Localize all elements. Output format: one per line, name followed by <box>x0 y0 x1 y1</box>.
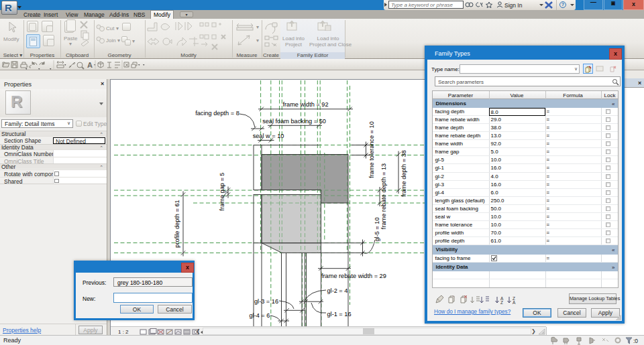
svg-text:frame gap = 5: frame gap = 5 <box>219 173 225 211</box>
svg-text:gl-3 = 16: gl-3 = 16 <box>254 298 278 305</box>
svg-text:A: A <box>87 61 93 69</box>
svg-text:frame rebate width = 29: frame rebate width = 29 <box>321 273 386 279</box>
svg-text:profile depth = 61: profile depth = 61 <box>174 200 180 247</box>
svg-text:facing depth = 8: facing depth = 8 <box>195 110 239 117</box>
svg-text:A: A <box>513 300 516 305</box>
svg-text:seal foam backing = 50: seal foam backing = 50 <box>262 118 326 125</box>
svg-text:gl-4 = 6: gl-4 = 6 <box>250 312 270 319</box>
svg-text:frame rebate depth = 13: frame rebate depth = 13 <box>380 163 387 229</box>
svg-text:gl-2 = 4: gl-2 = 4 <box>327 287 348 294</box>
svg-text:frame depth = 38: frame depth = 38 <box>400 150 407 197</box>
svg-text:frame tolerance = 10: frame tolerance = 10 <box>368 121 375 178</box>
svg-text:seal w = 10: seal w = 10 <box>253 133 284 139</box>
svg-text:gl-1 = 16: gl-1 = 16 <box>327 311 352 318</box>
svg-text:frame width = 92: frame width = 92 <box>282 101 328 108</box>
svg-text:Z: Z <box>500 300 503 305</box>
svg-text::0: :0 <box>633 338 638 344</box>
svg-text:gl-5 = 10: gl-5 = 10 <box>374 217 380 241</box>
